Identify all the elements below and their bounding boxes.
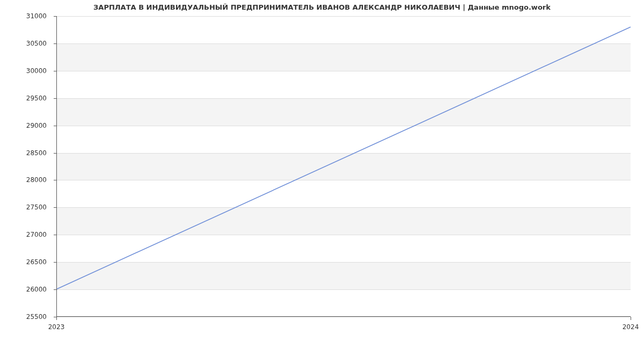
y-tick-label: 30000 bbox=[26, 67, 47, 75]
y-tick-label: 29000 bbox=[26, 122, 47, 129]
y-axis: 2550026000265002700027500280002850029000… bbox=[0, 16, 56, 317]
salary-chart: ЗАРПЛАТА В ИНДИВИДУАЛЬНЫЙ ПРЕДПРИНИМАТЕЛ… bbox=[0, 0, 644, 349]
y-tick-label: 26500 bbox=[26, 258, 47, 266]
y-tick-label: 28000 bbox=[26, 176, 47, 184]
y-tick-label: 25500 bbox=[26, 313, 47, 321]
x-tick-label: 2023 bbox=[48, 323, 65, 331]
y-tick-label: 28500 bbox=[26, 149, 47, 157]
x-tick-mark bbox=[56, 317, 57, 320]
y-tick-label: 26000 bbox=[26, 286, 47, 293]
y-tick-label: 31000 bbox=[26, 12, 47, 20]
series-line bbox=[57, 27, 631, 289]
chart-title: ЗАРПЛАТА В ИНДИВИДУАЛЬНЫЙ ПРЕДПРИНИМАТЕЛ… bbox=[0, 3, 644, 11]
x-tick-mark bbox=[631, 317, 631, 320]
x-axis: 20232024 bbox=[56, 317, 631, 338]
y-tick-label: 27500 bbox=[26, 203, 47, 211]
data-line bbox=[57, 16, 631, 316]
x-tick-label: 2024 bbox=[623, 323, 639, 331]
plot-area bbox=[56, 16, 631, 317]
y-tick-label: 27000 bbox=[26, 231, 47, 238]
y-tick-label: 29500 bbox=[26, 94, 47, 102]
y-tick-label: 30500 bbox=[26, 40, 47, 47]
